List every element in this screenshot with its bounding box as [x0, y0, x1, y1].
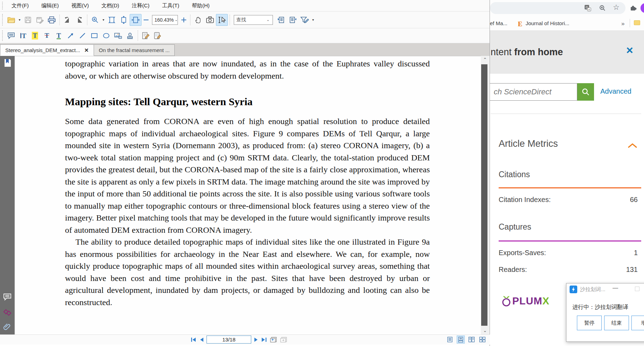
- toolbar-grip[interactable]: [2, 2, 4, 9]
- previous-view-button[interactable]: [270, 337, 277, 343]
- zoom-icon[interactable]: [599, 5, 607, 12]
- menu-comment[interactable]: 注释(C): [125, 2, 156, 9]
- open-file-dropdown[interactable]: ▾: [17, 18, 22, 22]
- scrollbar-thumb[interactable]: [481, 64, 487, 326]
- promo-banner: ntent from home ×: [488, 31, 644, 74]
- rotate-right-button[interactable]: [73, 14, 85, 26]
- rectangle-annotation-button[interactable]: [88, 30, 100, 42]
- scroll-up-icon[interactable]: ⌃: [481, 56, 489, 64]
- paragraph: topographic variation in areas that are …: [65, 58, 430, 82]
- continuous-facing-view-button[interactable]: [478, 336, 486, 344]
- search-input[interactable]: [489, 83, 577, 101]
- next-view-button[interactable]: [280, 337, 288, 343]
- find-previous-button[interactable]: [275, 14, 287, 26]
- ellipse-icon: [102, 32, 110, 39]
- toolbar-grip[interactable]: [2, 14, 4, 26]
- find-next-button[interactable]: [287, 14, 299, 26]
- find-combobox[interactable]: 查找⌄: [234, 15, 273, 25]
- underline-button[interactable]: T: [53, 30, 65, 42]
- single-page-view-button[interactable]: [446, 336, 454, 344]
- stamp-annotation-button[interactable]: [124, 30, 136, 42]
- rotate-left-icon: [63, 16, 72, 24]
- translate-icon[interactable]: GA: [584, 5, 592, 12]
- tab-fractal-measurement[interactable]: On the fractal measurement ...: [94, 44, 175, 56]
- select-cursor-icon: [218, 16, 226, 24]
- highlight-text-button[interactable]: T: [29, 30, 41, 42]
- save-as-button[interactable]: [34, 14, 46, 26]
- advanced-search-link[interactable]: Advanced: [600, 87, 631, 95]
- previous-page-button[interactable]: [199, 337, 204, 343]
- search-button[interactable]: [577, 83, 594, 101]
- filter-dropdown[interactable]: ▾: [311, 18, 316, 22]
- close-tab-icon[interactable]: ✕: [84, 47, 89, 53]
- fit-page-icon: [108, 16, 116, 24]
- arrow-annotation-button[interactable]: [65, 30, 77, 42]
- rotate-left-button[interactable]: [61, 14, 73, 26]
- vertical-scrollbar[interactable]: ⌃ ⌄: [481, 56, 489, 334]
- form-edit-button[interactable]: [152, 30, 164, 42]
- facing-view-button[interactable]: [468, 336, 476, 344]
- bookmarks-bar: ef Ma... E Journal of Histori... »: [488, 16, 644, 31]
- popup-title-bar[interactable]: 沙拉划词... —: [566, 283, 644, 295]
- bookmark-item-1[interactable]: ef Ma...: [490, 20, 507, 26]
- zoom-level-combobox[interactable]: 160.43%⌄: [152, 15, 178, 25]
- print-button[interactable]: [46, 14, 58, 26]
- ellipse-annotation-button[interactable]: [100, 30, 112, 42]
- menu-help[interactable]: 帮助(H): [186, 2, 216, 9]
- increase-button[interactable]: 增: [631, 316, 644, 330]
- menu-file[interactable]: 文件(F): [5, 2, 35, 9]
- profile-avatar[interactable]: [641, 3, 644, 13]
- chevron-up-icon[interactable]: [627, 143, 638, 149]
- stop-button[interactable]: 结束: [604, 316, 629, 330]
- zoom-tool-dropdown[interactable]: ▾: [101, 18, 106, 22]
- comments-panel-icon[interactable]: [2, 292, 12, 302]
- first-page-button[interactable]: [190, 337, 197, 343]
- pause-button[interactable]: 暂停: [577, 316, 602, 330]
- save-button[interactable]: [22, 14, 34, 26]
- attachments-panel-icon[interactable]: [2, 322, 12, 332]
- toolbar-grip[interactable]: [2, 30, 4, 41]
- zoom-out-button[interactable]: [142, 14, 151, 26]
- bookmark-star-icon[interactable]: ☆: [613, 4, 621, 12]
- bookmarks-overflow-chevron[interactable]: »: [621, 20, 624, 27]
- fit-page-button[interactable]: [106, 14, 118, 26]
- menu-view[interactable]: 视图(V): [65, 2, 95, 9]
- plumx-logo[interactable]: PLUMX: [500, 295, 549, 307]
- select-tool-button[interactable]: [216, 14, 228, 26]
- open-file-button[interactable]: [5, 14, 17, 26]
- hand-tool-button[interactable]: [192, 14, 204, 26]
- continuous-view-button[interactable]: [457, 336, 465, 344]
- bookmark-item-2[interactable]: E Journal of Histori...: [518, 20, 569, 27]
- bookmarks-folder-icon[interactable]: [634, 20, 640, 25]
- metric-label: Citation Indexes:: [499, 196, 551, 203]
- bookmarks-panel-icon[interactable]: [2, 58, 12, 68]
- menu-tools[interactable]: 工具(T): [156, 2, 186, 9]
- page-number-input[interactable]: 13/18: [207, 336, 251, 344]
- minimize-icon[interactable]: —: [611, 285, 620, 291]
- strikethrough-button[interactable]: T: [41, 30, 53, 42]
- marquee-zoom-button[interactable]: [89, 14, 101, 26]
- pdf-page[interactable]: topographic variation in areas that are …: [15, 56, 481, 334]
- snapshot-button[interactable]: [204, 14, 216, 26]
- maximize-icon[interactable]: [635, 287, 639, 291]
- fit-width-button[interactable]: [130, 14, 142, 26]
- extensions-puzzle-icon[interactable]: [630, 4, 637, 12]
- note-comment-button[interactable]: [5, 30, 17, 42]
- image-annotation-button[interactable]: [112, 30, 124, 42]
- zoom-in-button[interactable]: [179, 14, 188, 26]
- scroll-down-icon[interactable]: ⌄: [481, 327, 489, 334]
- menu-edit[interactable]: 编辑(E): [35, 2, 65, 9]
- close-icon[interactable]: ×: [626, 44, 633, 56]
- destinations-panel-icon[interactable]: [2, 308, 12, 317]
- annotation-edit-button[interactable]: [140, 30, 152, 42]
- rotate-right-icon: [75, 16, 84, 24]
- next-page-button[interactable]: [254, 337, 259, 343]
- fit-height-button[interactable]: [118, 14, 130, 26]
- menu-document[interactable]: 文档(D): [95, 2, 125, 9]
- tab-stereo-analysis[interactable]: Stereo_analysis_DEM_extract... ✕: [0, 44, 94, 56]
- insert-text-button[interactable]: ⅠT: [17, 30, 29, 42]
- arrow-icon: [67, 32, 74, 39]
- line-annotation-button[interactable]: [77, 30, 88, 42]
- last-page-button[interactable]: [261, 337, 267, 343]
- filter-comments-button[interactable]: [299, 14, 311, 26]
